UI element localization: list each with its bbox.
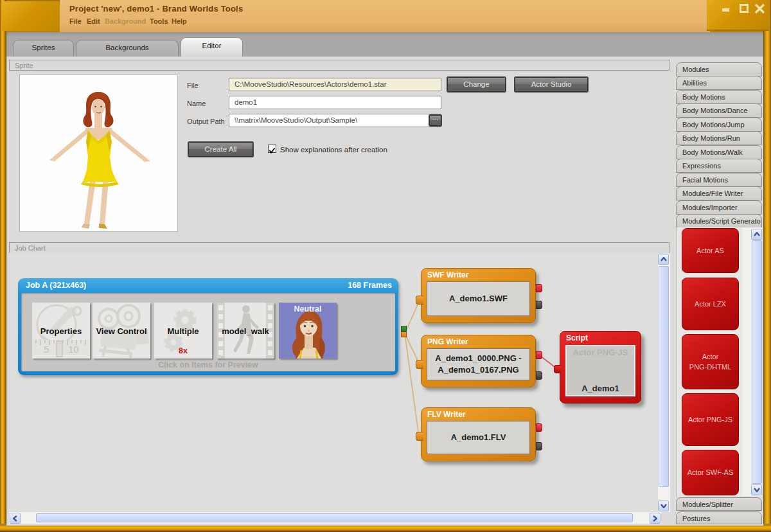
svg-text:5: 5	[44, 344, 49, 355]
svg-text:10: 10	[68, 344, 79, 355]
